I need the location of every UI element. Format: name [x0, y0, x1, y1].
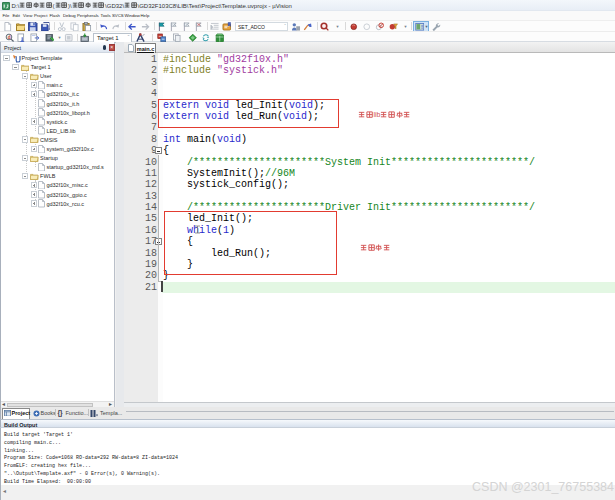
svg-text:d: d: [7, 34, 10, 39]
